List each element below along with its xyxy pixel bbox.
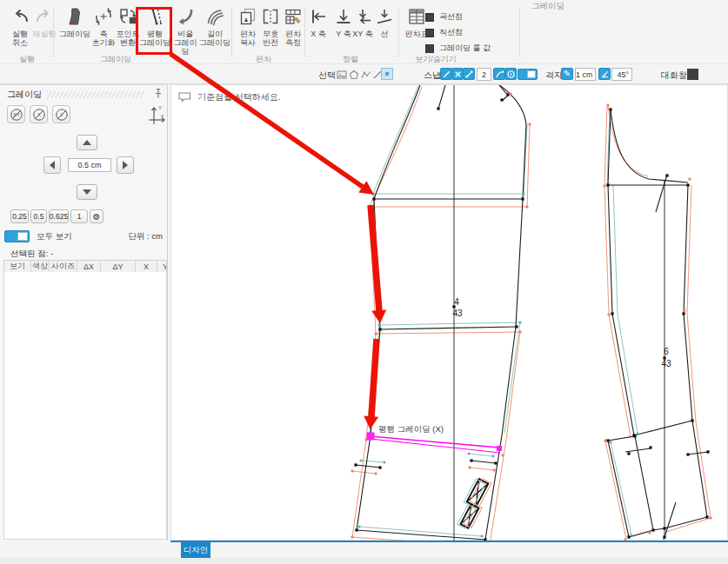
parallel-grading-label: 평행 그레이딩: [139, 30, 170, 47]
ribbon-tab-title[interactable]: 그레이딩: [522, 1, 574, 12]
align-line-button[interactable]: 선: [374, 6, 395, 38]
nudge-up-button[interactable]: [77, 135, 97, 150]
select-point-mode-button[interactable]: [381, 68, 393, 80]
snap-center-icon: [506, 70, 516, 79]
grid-angle-input[interactable]: [611, 68, 632, 81]
unit-label: 단위 : cm: [128, 231, 163, 242]
snap-line-button[interactable]: [440, 68, 452, 80]
dialog-color-button[interactable]: [687, 69, 698, 80]
snap-endpoint-button[interactable]: [463, 68, 475, 80]
column-color[interactable]: 색상: [31, 261, 50, 272]
column-dx[interactable]: ΔX: [77, 261, 101, 272]
axis-reset-label: 축 초기화: [92, 30, 116, 47]
point-table-body[interactable]: [3, 272, 167, 540]
axis-lock-y-button[interactable]: Y: [52, 105, 70, 123]
undo-label: 실행 취소: [12, 30, 28, 47]
align-x-button[interactable]: X 축: [306, 6, 331, 38]
grid-angle-button[interactable]: [598, 68, 611, 80]
column-dy[interactable]: ΔY: [101, 261, 136, 272]
parallel-grading-button[interactable]: 평행 그레이딩: [139, 6, 170, 47]
deviation-measure-button[interactable]: 편차 측정: [280, 6, 306, 47]
length-grading-button[interactable]: 길이 그레이딩: [198, 6, 231, 47]
axis-lock-xy-icon: XY: [10, 108, 23, 122]
column-x[interactable]: X: [136, 261, 157, 272]
nudge-down-button[interactable]: [77, 184, 97, 200]
preset-settings-button[interactable]: ⚙: [90, 209, 104, 223]
check-line-point[interactable]: 직선점: [425, 27, 463, 38]
align-xy-button[interactable]: XY 축: [351, 6, 375, 38]
deviation-measure-icon: [283, 6, 304, 27]
preset-0.25-button[interactable]: 0.25: [10, 209, 29, 223]
sign-invert-icon: [260, 6, 281, 27]
nudge-left-button[interactable]: [43, 156, 61, 174]
ratio-grading-button[interactable]: 비율 그레이딩: [170, 6, 200, 56]
undo-button[interactable]: 실행 취소: [7, 6, 33, 47]
selected-point-marker: [367, 433, 375, 441]
checkbox-icon: [425, 44, 434, 53]
check-line-point-label: 직선점: [439, 27, 463, 38]
snap-curve-icon: [495, 70, 504, 79]
nudge-right-button[interactable]: [117, 156, 134, 174]
parallel-grading-icon: [144, 6, 165, 27]
select-polyline-button[interactable]: [360, 69, 371, 80]
grading-label: 그레이딩: [59, 30, 90, 38]
grid-size-input[interactable]: [575, 68, 596, 81]
panel-drag-handle[interactable]: [47, 91, 144, 98]
center-piece-number: 4: [454, 297, 459, 307]
column-y[interactable]: Y: [157, 261, 167, 272]
pin-icon[interactable]: [153, 88, 164, 99]
sign-invert-label: 부호 반전: [263, 30, 278, 47]
axis-lock-y-icon: Y: [55, 108, 69, 122]
show-all-toggle[interactable]: [4, 230, 30, 242]
check-curve-point[interactable]: 곡선점: [425, 11, 463, 23]
axis-lock-xy-button[interactable]: XY: [7, 105, 25, 123]
polyline-icon: [361, 70, 371, 80]
select-image-button[interactable]: [336, 69, 347, 80]
checkbox-icon: [425, 13, 434, 22]
parallel-grading-selection[interactable]: [367, 433, 503, 454]
axis-reset-button[interactable]: 축 초기화: [90, 6, 117, 47]
point-convert-button[interactable]: 포인트 변환: [114, 6, 142, 47]
snap-tolerance-input[interactable]: [477, 68, 491, 81]
pattern-points-salmon: [351, 92, 711, 541]
snap-curve-button[interactable]: [493, 68, 505, 80]
select-shape-button[interactable]: [348, 69, 359, 80]
column-view[interactable]: 보기: [4, 261, 31, 272]
snap-toggle[interactable]: [518, 69, 538, 80]
ratio-grading-icon: [175, 6, 196, 27]
pattern-piece-right[interactable]: [608, 109, 708, 540]
align-x-icon: [308, 6, 329, 27]
snap-intersection-button[interactable]: [451, 68, 464, 80]
point-icon: [385, 72, 389, 76]
grid-pencil-button[interactable]: ✎: [561, 68, 573, 80]
align-line-label: 선: [381, 30, 389, 38]
toggle-knob: [527, 70, 536, 78]
axis-lock-x-button[interactable]: X: [30, 105, 48, 123]
snap-center-button[interactable]: [504, 68, 517, 80]
check-grading-rule-value-label: 그레이딩 룰 값: [439, 43, 491, 54]
pattern-points-black[interactable]: [354, 93, 709, 541]
grading-panel: 그레이딩 XY X Y: [0, 84, 168, 541]
step-size-input[interactable]: [68, 158, 111, 172]
column-size[interactable]: 사이즈: [50, 261, 77, 272]
deviation-copy-icon: [237, 6, 258, 27]
pattern-drawing[interactable]: 4 43 6 43 평행 그레이딩 (X): [171, 85, 728, 541]
gear-icon: ⚙: [93, 212, 101, 222]
cursor-tooltip: 평행 그레이딩 (X): [378, 424, 444, 434]
tab-design[interactable]: 디자인: [181, 542, 210, 558]
design-canvas[interactable]: 기준점을 선택하세요.: [170, 84, 728, 541]
grading-icon: [64, 6, 85, 27]
point-table-header: 보기 색상 사이즈 ΔX ΔY X Y: [3, 260, 167, 273]
ribbon-separator: [53, 7, 54, 57]
grading-button[interactable]: 그레이딩: [57, 6, 92, 38]
check-grading-rule-value[interactable]: 그레이딩 룰 값: [425, 43, 491, 54]
align-y-label: Y 축: [336, 30, 351, 38]
ribbon-separator: [304, 7, 305, 57]
select-label: 선택: [318, 70, 336, 82]
preset-1-button[interactable]: 1: [70, 209, 88, 223]
axis-lock-x-icon: X: [32, 108, 46, 122]
axis-reset-icon: [93, 6, 114, 27]
preset-0.625-button[interactable]: 0.625: [49, 209, 69, 223]
preset-0.5-button[interactable]: 0.5: [30, 209, 47, 223]
arrow-down-icon: [82, 189, 92, 196]
